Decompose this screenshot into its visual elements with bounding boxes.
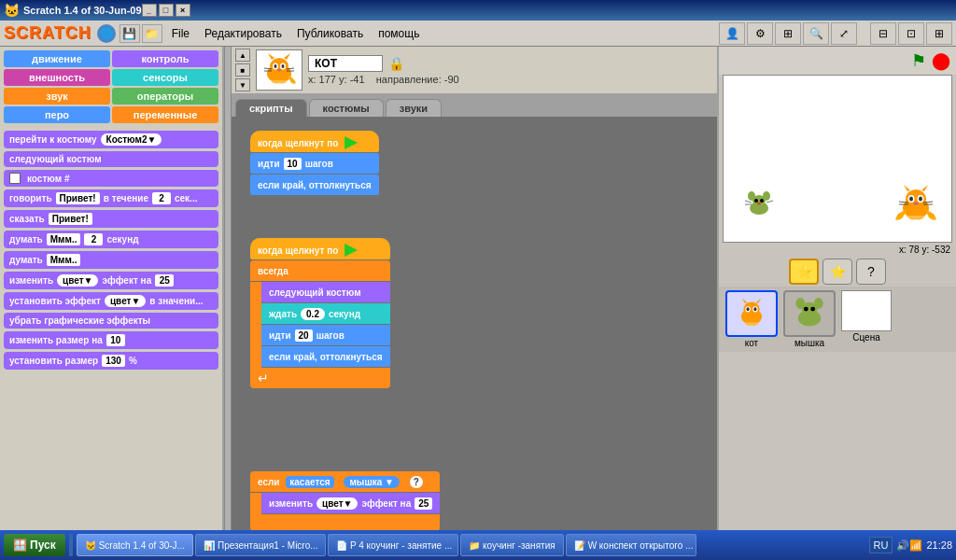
layout-icon[interactable]: ⊟ xyxy=(870,22,896,45)
script-editor[interactable]: когда щелкнут по идти 10 шагов если край… xyxy=(232,117,717,530)
if-block: если касается мышка ▼ ? изменить цвет▼ э… xyxy=(250,471,440,530)
stop-button[interactable]: ⬤ xyxy=(932,52,950,69)
clock: 21:28 xyxy=(926,539,952,551)
nav-center-button[interactable]: ■ xyxy=(235,63,250,77)
sprite-navigator: ▲ ■ ▼ xyxy=(235,49,250,91)
nav-up-button[interactable]: ▲ xyxy=(235,49,250,62)
forever-inner: следующий костюм ждать 0.2 секунд идти 2… xyxy=(261,282,390,368)
svg-point-46 xyxy=(795,298,805,309)
svg-point-29 xyxy=(909,197,913,202)
gear-icon[interactable]: ⚙ xyxy=(747,22,773,45)
block-change-effect[interactable]: изменить цвет▼ эффект на 25 xyxy=(4,272,218,289)
zoom-icon[interactable]: 🔍 xyxy=(803,22,829,45)
taskbar-item-presentation[interactable]: 📊 Презентация1 - Micro... xyxy=(195,534,326,556)
scene-label: Сцена xyxy=(852,332,879,343)
category-sensing[interactable]: сенсоры xyxy=(112,69,218,86)
minimize-button[interactable]: _ xyxy=(142,4,157,17)
when-flag-clicked-2[interactable]: когда щелкнут по xyxy=(250,238,390,259)
layout2-icon[interactable]: ⊡ xyxy=(898,22,924,45)
svg-point-17 xyxy=(754,199,758,203)
tab-sounds[interactable]: звуки xyxy=(386,99,442,117)
close-button[interactable]: × xyxy=(176,4,190,17)
category-buttons: движение контроль внешность сенсоры звук… xyxy=(0,47,222,127)
globe-icon[interactable]: 🌐 xyxy=(97,24,116,43)
sprite-name-input[interactable]: КОТ xyxy=(308,55,383,72)
tab-costumes[interactable]: костюмы xyxy=(309,99,384,117)
grow-tool-button[interactable]: ⭐ xyxy=(822,259,852,285)
svg-marker-39 xyxy=(756,299,762,304)
zoom-fit-icon[interactable]: ⊞ xyxy=(775,22,801,45)
svg-marker-26 xyxy=(921,185,928,191)
category-looks[interactable]: внешность xyxy=(4,69,110,86)
category-variables[interactable]: переменные xyxy=(112,106,218,123)
taskbar-right: RU 🔊📶 21:28 xyxy=(869,537,952,553)
block-goto-costume[interactable]: перейти к костюму Костюм2▼ xyxy=(4,131,218,148)
move-steps-2[interactable]: идти 20 шагов xyxy=(261,325,390,345)
save-icon[interactable]: 💾 xyxy=(120,24,140,43)
menu-help[interactable]: помощь xyxy=(371,25,427,42)
block-say-time[interactable]: говорить Привет! в течение 2 сек... xyxy=(4,189,218,207)
block-say[interactable]: сказать Привет! xyxy=(4,210,218,228)
stamp-tool-button[interactable]: ⭐ xyxy=(789,259,819,285)
window-controls: _ □ × xyxy=(142,4,190,17)
block-change-size[interactable]: изменить размер на 10 xyxy=(4,331,218,349)
svg-point-47 xyxy=(814,298,823,309)
menu-file[interactable]: File xyxy=(164,25,197,42)
block-set-size[interactable]: установить размер 130 % xyxy=(4,352,218,370)
expand-icon[interactable]: ⤢ xyxy=(831,22,857,45)
stage-tool-buttons: ⭐ ⭐ ? xyxy=(719,257,956,287)
bounce-2[interactable]: если край, оттолкнуться xyxy=(261,346,390,367)
sprite-name-row: КОТ 🔒 xyxy=(308,55,459,72)
wait-2[interactable]: ждать 0.2 секунд xyxy=(261,303,390,324)
menu-edit[interactable]: Редактировать xyxy=(197,25,289,42)
start-button[interactable]: 🪟 Пуск xyxy=(4,534,65,556)
svg-point-49 xyxy=(810,307,815,312)
forever-top[interactable]: всегда xyxy=(250,260,390,281)
tab-scripts[interactable]: скрипты xyxy=(235,99,307,117)
category-control[interactable]: контроль xyxy=(112,50,218,67)
sprite-label-mouse: мышка xyxy=(794,338,824,348)
if-bottom xyxy=(250,514,440,530)
sprite-coordinates: x: 177 y: -41 направление: -90 xyxy=(308,74,459,85)
block-set-effect[interactable]: установить эффект цвет▼ в значени... xyxy=(4,292,218,310)
move-steps-1[interactable]: идти 10 шагов xyxy=(250,153,379,174)
if-top[interactable]: если касается мышка ▼ ? xyxy=(250,471,440,492)
script-group-2: когда щелкнут по всегда следующий костюм xyxy=(250,238,390,388)
language-indicator[interactable]: RU xyxy=(869,537,893,553)
category-sound[interactable]: звук xyxy=(4,88,110,105)
maximize-button[interactable]: □ xyxy=(159,4,174,17)
block-think-time[interactable]: думать Ммм.. 2 секунд xyxy=(4,231,218,248)
block-costume-num[interactable]: костюм # xyxy=(4,170,218,187)
taskbar-item-scratch[interactable]: 🐱 Scratch 1.4 of 30-J... xyxy=(77,534,193,556)
sprite-info-bar: ▲ ■ ▼ xyxy=(232,47,717,95)
taskbar-item-word[interactable]: 📝 W конспект открытого ... xyxy=(566,534,696,556)
person-icon[interactable]: 👤 xyxy=(719,22,745,45)
category-pen[interactable]: перо xyxy=(4,106,110,123)
sprite-thumb-box-cat[interactable] xyxy=(725,290,778,337)
block-think[interactable]: думать Ммм.. xyxy=(4,251,218,269)
layout3-icon[interactable]: ⊞ xyxy=(926,22,952,45)
category-motion[interactable]: движение xyxy=(4,50,110,67)
block-list: перейти к костюму Костюм2▼ следующий кос… xyxy=(0,127,222,530)
svg-point-31 xyxy=(914,202,919,205)
taskbar-item-coaching1[interactable]: 📄 P 4 коучинг - занятие ... xyxy=(328,534,458,556)
next-costume-2[interactable]: следующий костюм xyxy=(261,282,390,302)
when-flag-clicked-1[interactable]: когда щелкнут по xyxy=(250,131,379,152)
block-clear-effects[interactable]: убрать графические эффекты xyxy=(4,313,218,329)
menu-publish[interactable]: Публиковать xyxy=(289,25,371,42)
help-tool-button[interactable]: ? xyxy=(856,259,886,285)
bounce-1[interactable]: если край, оттолкнуться xyxy=(250,175,379,195)
forever-body: следующий костюм ждать 0.2 секунд идти 2… xyxy=(250,282,390,368)
block-next-costume[interactable]: следующий костюм xyxy=(4,151,218,167)
if-arm xyxy=(250,493,261,514)
scene-thumb-box[interactable] xyxy=(841,290,892,331)
folder-icon[interactable]: 📁 xyxy=(142,24,162,43)
panel-divider[interactable] xyxy=(224,47,232,530)
nav-down-button[interactable]: ▼ xyxy=(235,78,250,91)
stage-view[interactable] xyxy=(723,75,952,243)
category-operators[interactable]: операторы xyxy=(112,88,218,105)
sprite-thumb-box-mouse[interactable] xyxy=(783,290,836,337)
taskbar-item-coaching2[interactable]: 📁 коучинг -занятия xyxy=(460,534,564,556)
change-effect-3[interactable]: изменить цвет▼ эффект на 25 xyxy=(261,493,440,513)
green-flag-button[interactable]: ⚑ xyxy=(909,52,928,69)
